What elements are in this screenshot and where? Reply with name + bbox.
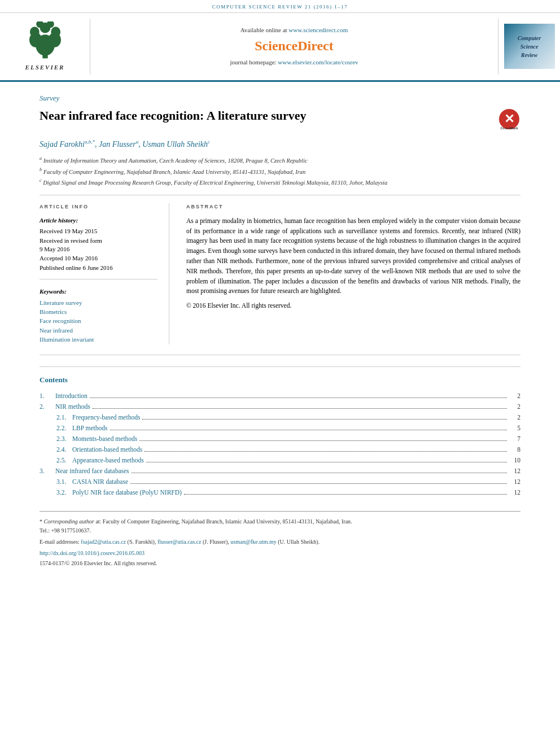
published-date: Published online 6 June 2016 [40, 264, 158, 272]
article-history: Article history: Received 19 May 2015 Re… [40, 216, 158, 272]
doi-link[interactable]: http://dx.doi.org/10.1016/j.cosrev.2016.… [40, 549, 520, 558]
available-text: Available online at www.sciencedirect.co… [240, 26, 348, 34]
toc-sub-item: 2.5. Appearance-based methods 10 [40, 456, 520, 465]
csr-cover-image: ComputerScienceReview [504, 24, 555, 69]
affiliation-a: a Institute of Information Theory and Au… [40, 155, 520, 165]
section-divider [40, 195, 520, 195]
email-farokhi[interactable]: fsajad2@utia.cas.cz [81, 539, 126, 545]
article-info-column: ARTICLE INFO Article history: Received 1… [40, 203, 169, 344]
corresponding-author: * Corresponding author at: Faculty of Co… [40, 517, 520, 535]
email-addresses: E-mail addresses: fsajad2@utia.cas.cz (S… [40, 538, 520, 547]
homepage-text: journal homepage: www.elsevier.com/locat… [230, 58, 358, 67]
info-divider [40, 279, 158, 279]
journal-header: ELSEVIER Available online at www.science… [0, 13, 560, 82]
keyword-3: Face recognition [40, 317, 158, 325]
article-info-heading: ARTICLE INFO [40, 203, 158, 211]
csr-logo-area: ComputerScienceReview [498, 19, 560, 75]
email-flusser[interactable]: flusser@utia.cas.cz [158, 539, 202, 545]
affiliation-c: c Digital Signal and Image Processing Re… [40, 177, 520, 187]
toc-sub-item: 2.4. Orientation-based methods 8 [40, 445, 520, 454]
copyright-text: © 2016 Elsevier Inc. All rights reserved… [186, 301, 520, 311]
keyword-4: Near infrared [40, 326, 158, 335]
keywords-section: Keywords: Literature survey Biometrics F… [40, 287, 158, 344]
abstract-heading: ABSTRACT [186, 203, 520, 211]
toc-item: 1. Introduction 2 [40, 391, 520, 400]
elsevier-tree-icon [23, 21, 68, 61]
article-abstract-columns: ARTICLE INFO Article history: Received 1… [40, 203, 520, 344]
received-date: Received 19 May 2015 [40, 227, 158, 235]
paper-title: Near infrared face recognition: A litera… [40, 108, 492, 124]
sciencedirect-info: Available online at www.sciencedirect.co… [90, 19, 498, 75]
toc-sub-item: 3.1. CASIA NIR database 12 [40, 477, 520, 486]
keywords-label: Keywords: [40, 287, 158, 296]
keyword-1: Literature survey [40, 299, 158, 307]
crossmark-icon: ✕ CrossMark [498, 108, 520, 130]
email-sheikh[interactable]: usman@fke.utm.my [230, 539, 276, 545]
elsevier-text: ELSEVIER [25, 63, 65, 72]
sciencedirect-logo: ScienceDirect [255, 37, 334, 56]
authors: Sajad Farokhia,b,*, Jan Flussera, Usman … [40, 138, 520, 150]
contents-title: Contents [40, 375, 520, 385]
contents-divider [40, 355, 520, 355]
svg-point-4 [29, 27, 39, 37]
revised-date: Received in revised form9 May 2016 [40, 237, 158, 254]
elsevier-logo-area: ELSEVIER [0, 19, 90, 75]
keyword-5: Illumination invariant [40, 335, 158, 344]
svg-text:✕: ✕ [504, 112, 514, 126]
toc-item: 2. NIR methods 2 [40, 402, 520, 411]
toc-item: 3. Near infrared face databases 12 [40, 466, 520, 475]
svg-text:CrossMark: CrossMark [500, 126, 518, 130]
footer-section: * Corresponding author at: Faculty of Co… [40, 511, 520, 568]
abstract-text: As a primary modality in biometrics, hum… [186, 216, 520, 297]
toc-sub-item: 2.2. LBP methods 5 [40, 423, 520, 433]
issn-text: 1574-0137/© 2016 Elsevier Inc. All right… [40, 560, 157, 566]
history-label: Article history: [40, 216, 158, 225]
sciencedirect-url[interactable]: www.sciencedirect.com [288, 27, 348, 33]
contents-section: Contents 1. Introduction 2 2. NIR method… [40, 366, 520, 497]
keyword-2: Biometrics [40, 308, 158, 316]
survey-label: Survey [40, 93, 520, 103]
toc-sub-item: 2.1. Frequency-based methods 2 [40, 413, 520, 422]
abstract-column: ABSTRACT As a primary modality in biomet… [186, 203, 520, 344]
main-content: Survey Near infrared face recognition: A… [0, 82, 560, 579]
accepted-date: Accepted 10 May 2016 [40, 254, 158, 263]
homepage-url[interactable]: www.elsevier.com/locate/cosrev [278, 59, 358, 65]
affiliation-b: b Faculty of Computer Engineering, Najaf… [40, 167, 520, 176]
journal-reference: COMPUTER SCIENCE REVIEW 21 (2016) 1–17 [0, 0, 560, 13]
affiliations: a Institute of Information Theory and Au… [40, 155, 520, 187]
toc-sub-item: 3.2. PolyU NIR face database (PolyU NIRF… [40, 488, 520, 497]
toc-sub-item: 2.3. Moments-based methods 7 [40, 434, 520, 443]
paper-title-area: Near infrared face recognition: A litera… [40, 108, 520, 130]
svg-point-5 [51, 27, 60, 37]
